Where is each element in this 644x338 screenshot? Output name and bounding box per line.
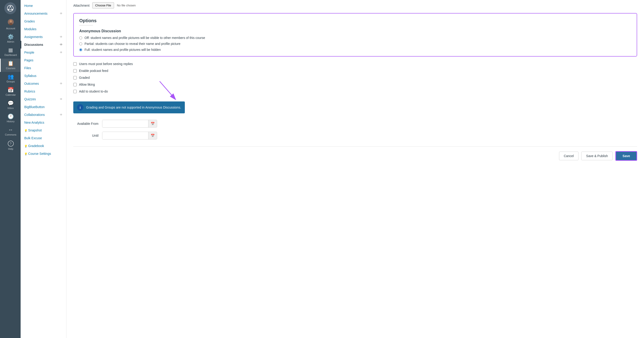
checkbox-allow-liking[interactable]: Allow liking — [73, 83, 637, 86]
eye-icon-announcements: 👁 — [60, 12, 62, 15]
checkbox-podcast[interactable]: Enable podcast feed — [73, 69, 637, 72]
course-nav-item-announcements[interactable]: Announcements👁 — [20, 10, 66, 18]
dashboard-icon: ▦ — [8, 48, 13, 53]
options-box: Options Anonymous Discussion Off: studen… — [73, 13, 637, 56]
checkbox-student-todo-label: Add to student to-do — [79, 90, 108, 93]
info-banner-text: Grading and Groups are not supported in … — [86, 106, 181, 109]
course-nav-label-announcements: Announcements — [24, 12, 48, 15]
course-nav-label-grades: Grades — [24, 20, 35, 23]
checkbox-must-post-label: Users must post before seeing replies — [79, 62, 133, 66]
course-nav-item-home[interactable]: Home — [20, 2, 66, 10]
checkbox-must-post-input[interactable] — [73, 62, 77, 66]
account-label: Account — [6, 27, 15, 30]
checkbox-podcast-label: Enable podcast feed — [79, 69, 108, 72]
course-nav-label-gradebook: 💡 Gradebook — [24, 144, 44, 148]
course-nav-item-quizzes[interactable]: Quizzes👁 — [20, 95, 66, 103]
main-content: Attachment Choose File No file chosen Op… — [66, 0, 644, 338]
groups-label: Groups — [6, 80, 15, 83]
sidebar-item-dashboard[interactable]: ▦ Dashboard — [0, 45, 20, 58]
available-from-row: Available From 📅 — [73, 120, 637, 128]
checkbox-graded[interactable]: Graded — [73, 76, 637, 80]
course-nav-label-assignments: Assignments — [24, 35, 42, 39]
date-fields: Available From 📅 Until 📅 — [73, 120, 637, 140]
course-nav-item-files[interactable]: Files — [20, 64, 66, 72]
course-nav-label-bigbluebutton: BigBlueButton — [24, 105, 45, 109]
course-nav-item-rubrics[interactable]: Rubrics — [20, 88, 66, 95]
radio-off[interactable]: Off: student names and profile pictures … — [79, 36, 631, 40]
save-button[interactable]: Save — [615, 151, 637, 161]
checkbox-graded-label: Graded — [79, 76, 90, 80]
course-nav-item-collaborations[interactable]: Collaborations👁 — [20, 111, 66, 118]
admin-icon: ⚙️ — [8, 34, 14, 40]
course-nav-label-rubrics: Rubrics — [24, 90, 35, 93]
until-input-wrap: 📅 — [102, 132, 157, 140]
available-from-calendar-button[interactable]: 📅 — [148, 120, 157, 127]
sidebar-item-commons[interactable]: ↔ Commons — [0, 125, 20, 138]
eye-icon-discussions: 👁 — [60, 43, 62, 46]
radio-full[interactable]: Full: student names and profile pictures… — [79, 48, 631, 52]
course-nav-item-assignments[interactable]: Assignments👁 — [20, 33, 66, 41]
sidebar-item-calendar[interactable]: 📅 Calendar — [0, 85, 20, 98]
course-nav-label-pages: Pages — [24, 58, 34, 62]
until-calendar-button[interactable]: 📅 — [148, 132, 157, 139]
radio-partial[interactable]: Partial: students can choose to reveal t… — [79, 42, 631, 46]
checkbox-student-todo[interactable]: Add to student to-do — [73, 90, 637, 93]
svg-point-8 — [10, 20, 12, 22]
sidebar-item-admin[interactable]: ⚙️ Admin — [0, 32, 20, 45]
options-title: Options — [79, 18, 631, 23]
checkbox-allow-liking-input[interactable] — [73, 83, 77, 86]
checkbox-podcast-input[interactable] — [73, 69, 77, 72]
sidebar-item-groups[interactable]: 👥 Groups — [0, 72, 20, 85]
until-input[interactable] — [102, 132, 148, 139]
course-nav-item-pages[interactable]: Pages — [20, 56, 66, 64]
calendar-label: Calendar — [6, 94, 16, 96]
radio-off-input[interactable] — [79, 36, 82, 40]
sidebar-item-account[interactable]: Account — [0, 16, 20, 32]
course-nav-item-modules[interactable]: Modules — [20, 25, 66, 33]
info-banner: i Grading and Groups are not supported i… — [73, 102, 185, 113]
course-nav-item-snapshot[interactable]: 💡 Snapshot — [20, 126, 66, 134]
course-nav-item-course-settings[interactable]: 💡 Course Settings — [20, 150, 66, 158]
course-nav-item-outcomes[interactable]: Outcomes👁 — [20, 80, 66, 88]
course-nav-item-people[interactable]: People👁 — [20, 48, 66, 56]
until-row: Until 📅 — [73, 132, 637, 140]
course-nav-item-gradebook[interactable]: 💡 Gradebook — [20, 142, 66, 150]
sidebar-item-inbox[interactable]: 💬 Inbox — [0, 98, 20, 112]
cancel-button[interactable]: Cancel — [559, 152, 579, 160]
course-nav-label-syllabus: Syllabus — [24, 74, 36, 78]
radio-partial-input[interactable] — [79, 42, 82, 45]
course-nav-item-bigbluebutton[interactable]: BigBlueButton — [20, 103, 66, 111]
course-nav-item-discussions[interactable]: Discussions👁 — [20, 41, 66, 48]
sidebar-item-help[interactable]: ? Help — [0, 138, 20, 152]
checkbox-graded-input[interactable] — [73, 76, 77, 80]
radio-full-input[interactable] — [79, 48, 82, 51]
course-nav-label-people: People — [24, 50, 34, 54]
course-nav-label-outcomes: Outcomes — [24, 82, 39, 86]
courses-label: Courses — [6, 67, 15, 70]
course-nav-item-grades[interactable]: Grades — [20, 18, 66, 25]
course-nav-label-collaborations: Collaborations — [24, 113, 45, 116]
choose-file-button[interactable]: Choose File — [92, 2, 114, 8]
course-nav-label-new-analytics: New Analytics — [24, 121, 44, 124]
sidebar-item-courses[interactable]: 📋 Courses — [0, 58, 20, 72]
info-banner-container: i Grading and Groups are not supported i… — [73, 97, 185, 113]
sidebar-item-history[interactable]: 🕐 History — [0, 112, 20, 125]
courses-icon: 📋 — [8, 61, 14, 66]
global-nav: Account ⚙️ Admin ▦ Dashboard 📋 Courses 👥… — [0, 0, 20, 338]
eye-icon-outcomes: 👁 — [60, 82, 62, 85]
available-from-input-wrap: 📅 — [102, 120, 157, 128]
eye-icon-assignments: 👁 — [60, 35, 62, 38]
course-nav-label-home: Home — [24, 4, 33, 8]
checkbox-must-post[interactable]: Users must post before seeing replies — [73, 62, 637, 66]
save-publish-button[interactable]: Save & Publish — [581, 152, 612, 160]
course-nav-label-bulk-excuse: Bulk Excuse — [24, 136, 42, 140]
until-label: Until — [73, 134, 98, 138]
available-from-input[interactable] — [102, 120, 148, 127]
checkbox-student-todo-input[interactable] — [73, 90, 77, 93]
groups-icon: 👥 — [8, 74, 14, 79]
course-nav-item-new-analytics[interactable]: New Analytics — [20, 118, 66, 126]
radio-partial-label: Partial: students can choose to reveal t… — [84, 42, 180, 46]
course-nav-item-syllabus[interactable]: Syllabus — [20, 72, 66, 80]
radio-off-label: Off: student names and profile pictures … — [84, 36, 205, 40]
course-nav-item-bulk-excuse[interactable]: Bulk Excuse — [20, 134, 66, 142]
